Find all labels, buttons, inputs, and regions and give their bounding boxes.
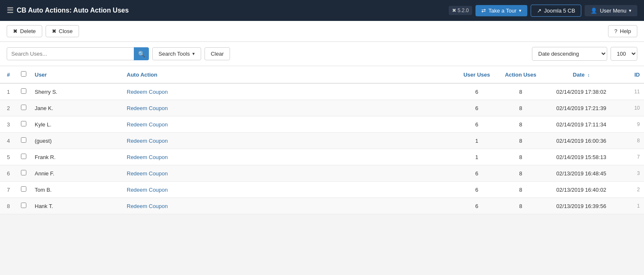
close-label: Close — [59, 28, 73, 34]
close-button[interactable]: ✖ Close — [46, 25, 79, 37]
col-header-user[interactable]: User — [31, 66, 123, 83]
row-auto-action: Redeem Coupon — [123, 182, 456, 198]
row-id: 10 — [619, 100, 644, 116]
tour-icon: ⇄ — [481, 8, 486, 14]
row-user-uses: 6 — [456, 83, 498, 100]
row-id: 11 — [619, 83, 644, 100]
table-wrap: # User Auto Action User Uses Action Uses… — [0, 66, 644, 214]
row-checkbox-cell — [17, 133, 31, 149]
auto-action-link[interactable]: Redeem Coupon — [127, 187, 168, 193]
row-action-uses: 8 — [498, 165, 544, 182]
col-header-id[interactable]: ID — [619, 66, 644, 83]
joomla-label: Joomla 5 CB — [544, 8, 575, 14]
row-action-uses: 8 — [498, 149, 544, 165]
col-header-check — [17, 66, 31, 83]
row-checkbox-cell — [17, 149, 31, 165]
row-auto-action: Redeem Coupon — [123, 83, 456, 100]
user-menu-label: User Menu — [600, 8, 626, 14]
row-checkbox[interactable] — [21, 105, 26, 110]
take-a-tour-button[interactable]: ⇄ Take a Tour — [475, 5, 527, 16]
delete-icon: ✖ — [13, 28, 18, 34]
delete-button[interactable]: ✖ Delete — [7, 25, 42, 37]
sort-select[interactable]: Date descendingDate ascendingID descendi… — [532, 47, 607, 61]
table-row: 8 Hank T. Redeem Coupon 6 8 02/13/2019 1… — [0, 198, 644, 214]
row-checkbox[interactable] — [21, 88, 26, 94]
row-date: 02/14/2019 15:58:13 — [544, 149, 619, 165]
row-num: 7 — [0, 182, 17, 198]
search-tools-label: Search Tools — [158, 51, 190, 57]
search-input[interactable] — [7, 47, 149, 60]
row-user-uses: 6 — [456, 100, 498, 116]
table-header-row: # User Auto Action User Uses Action Uses… — [0, 66, 644, 83]
row-date: 02/14/2019 16:00:36 — [544, 133, 619, 149]
search-bar-right: Date descendingDate ascendingID descendi… — [233, 47, 637, 61]
clear-button[interactable]: Clear — [204, 47, 230, 60]
row-auto-action: Redeem Coupon — [123, 116, 456, 133]
row-checkbox[interactable] — [21, 186, 26, 192]
table-row: 3 Kyle L. Redeem Coupon 6 8 02/14/2019 1… — [0, 116, 644, 133]
auto-action-link[interactable]: Redeem Coupon — [127, 121, 168, 128]
help-button[interactable]: ? Help — [608, 25, 637, 37]
auto-action-link[interactable]: Redeem Coupon — [127, 203, 168, 209]
row-num: 2 — [0, 100, 17, 116]
row-checkbox-cell — [17, 100, 31, 116]
row-date: 02/14/2019 17:11:34 — [544, 116, 619, 133]
row-auto-action: Redeem Coupon — [123, 133, 456, 149]
row-action-uses: 8 — [498, 100, 544, 116]
row-action-uses: 8 — [498, 198, 544, 214]
col-header-date[interactable]: Date ↕ — [544, 66, 619, 83]
row-id: 7 — [619, 149, 644, 165]
row-id: 1 — [619, 198, 644, 214]
row-num: 3 — [0, 116, 17, 133]
search-tools-button[interactable]: Search Tools — [152, 47, 201, 60]
row-checkbox[interactable] — [21, 121, 26, 126]
row-auto-action: Redeem Coupon — [123, 100, 456, 116]
row-action-uses: 8 — [498, 83, 544, 100]
joomla-cb-button[interactable]: ↗ Joomla 5 CB — [531, 5, 581, 17]
row-id: 8 — [619, 133, 644, 149]
row-user-uses: 6 — [456, 182, 498, 198]
table-row: 2 Jane K. Redeem Coupon 6 8 02/14/2019 1… — [0, 100, 644, 116]
close-icon: ✖ — [52, 28, 56, 34]
row-user: Jane K. — [31, 100, 123, 116]
row-auto-action: Redeem Coupon — [123, 198, 456, 214]
auto-action-link[interactable]: Redeem Coupon — [127, 170, 168, 177]
row-num: 4 — [0, 133, 17, 149]
col-header-action-uses[interactable]: Action Uses — [498, 66, 544, 83]
row-date: 02/13/2019 16:48:45 — [544, 165, 619, 182]
row-num: 8 — [0, 198, 17, 214]
table-row: 4 (guest) Redeem Coupon 1 8 02/14/2019 1… — [0, 133, 644, 149]
main-table: # User Auto Action User Uses Action Uses… — [0, 66, 644, 214]
delete-label: Delete — [20, 28, 36, 34]
row-checkbox[interactable] — [21, 137, 26, 143]
row-action-uses: 8 — [498, 116, 544, 133]
toolbar: ✖ Delete ✖ Close ? Help — [0, 21, 644, 42]
table-body: 1 Sherry S. Redeem Coupon 6 8 02/14/2019… — [0, 83, 644, 214]
row-num: 5 — [0, 149, 17, 165]
auto-action-link[interactable]: Redeem Coupon — [127, 89, 168, 95]
row-date: 02/14/2019 17:38:02 — [544, 83, 619, 100]
row-user: Annie F. — [31, 165, 123, 182]
row-date: 02/13/2019 16:40:02 — [544, 182, 619, 198]
row-checkbox[interactable] — [21, 154, 26, 159]
row-checkbox[interactable] — [21, 170, 26, 175]
grid-icon: ☰ — [7, 6, 13, 15]
auto-action-link[interactable]: Redeem Coupon — [127, 154, 168, 160]
auto-action-link[interactable]: Redeem Coupon — [127, 105, 168, 111]
row-date: 02/14/2019 17:21:39 — [544, 100, 619, 116]
search-submit-button[interactable]: 🔍 — [134, 47, 149, 60]
col-header-user-uses[interactable]: User Uses — [456, 66, 498, 83]
external-link-icon: ↗ — [537, 8, 542, 14]
row-num: 1 — [0, 83, 17, 100]
row-user-uses: 1 — [456, 133, 498, 149]
auto-action-link[interactable]: Redeem Coupon — [127, 138, 168, 144]
table-row: 6 Annie F. Redeem Coupon 6 8 02/13/2019 … — [0, 165, 644, 182]
row-checkbox[interactable] — [21, 203, 26, 208]
per-page-select[interactable]: 510152050100 — [611, 47, 637, 61]
select-all-checkbox[interactable] — [21, 71, 26, 77]
col-header-auto-action[interactable]: Auto Action — [123, 66, 456, 83]
row-user: Frank R. — [31, 149, 123, 165]
row-user: Sherry S. — [31, 83, 123, 100]
user-menu-button[interactable]: 👤 User Menu — [585, 5, 637, 16]
brand: ☰ CB Auto Actions: Auto Action Uses — [7, 6, 444, 15]
